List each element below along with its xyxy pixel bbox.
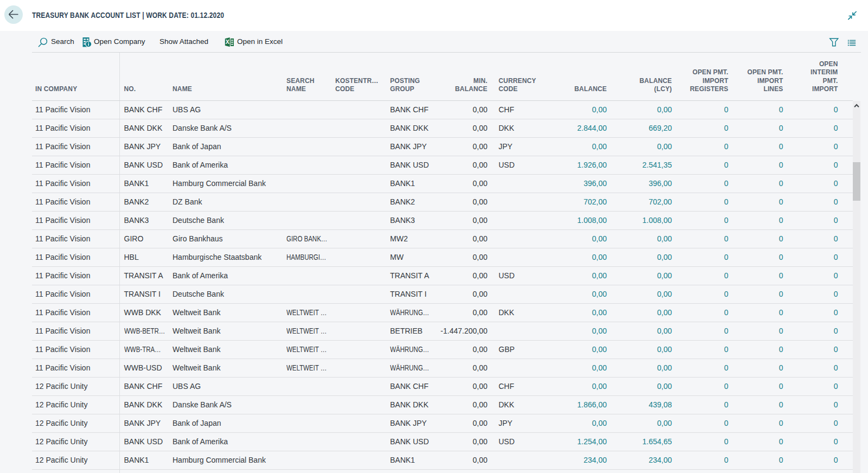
- svg-text:X: X: [226, 39, 229, 45]
